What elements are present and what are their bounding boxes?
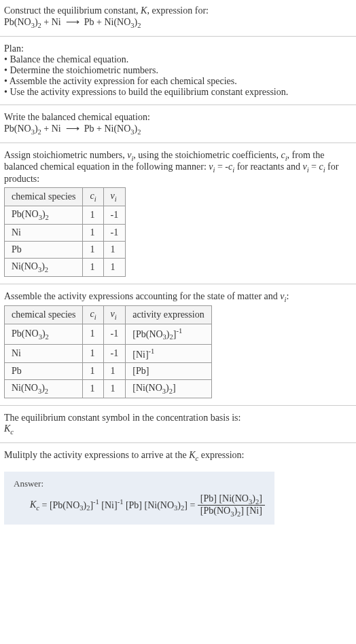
cell-activity: [Ni(NO3)2] <box>126 380 211 398</box>
cell-ci: 1 <box>83 241 103 258</box>
cell-nui: 1 <box>103 241 126 258</box>
table-row: Ni(NO3)2 1 1 [Ni(NO3)2] <box>5 380 212 398</box>
col-species: chemical species <box>5 188 83 206</box>
table-row: Ni(NO3)2 1 1 <box>5 258 126 276</box>
table-header-row: chemical species ci νi activity expressi… <box>5 306 212 324</box>
balanced-section: Write the balanced chemical equation: Pb… <box>0 107 356 141</box>
table-row: Ni 1 -1 [Ni]-1 <box>5 344 212 363</box>
stoich-table: chemical species ci νi Pb(NO3)2 1 -1 Ni … <box>4 187 126 276</box>
cell-species: Ni <box>5 224 83 241</box>
activity-table: chemical species ci νi activity expressi… <box>4 305 212 398</box>
table-row: Pb 1 1 <box>5 241 126 258</box>
cell-ci: 1 <box>83 224 103 241</box>
assign-text: Assign stoichiometric numbers, νi, using… <box>4 150 352 185</box>
divider <box>0 143 356 143</box>
intro-equation: Pb(NO3)2 + Ni ⟶ Pb + Ni(NO3)2 <box>4 16 352 29</box>
divider <box>0 36 356 37</box>
col-nui: νi <box>103 306 126 324</box>
cell-nui: -1 <box>103 344 126 363</box>
table-row: Pb(NO3)2 1 -1 [Pb(NO3)2]-1 <box>5 324 212 344</box>
cell-ci: 1 <box>83 206 103 224</box>
balanced-equation: Pb(NO3)2 + Ni ⟶ Pb + Ni(NO3)2 <box>4 123 352 136</box>
cell-nui: -1 <box>103 224 126 241</box>
cell-ci: 1 <box>83 258 103 276</box>
multiply-section: Mulitply the activity expressions to arr… <box>0 444 356 468</box>
answer-label: Answer: <box>14 478 265 489</box>
fraction-numerator: [Pb] [Ni(NO3)2] <box>198 493 265 506</box>
plan-bullet: • Assemble the activity expression for e… <box>4 76 352 87</box>
symbol-section: The equilibrium constant symbol in the c… <box>0 407 356 441</box>
col-nui: νi <box>103 188 126 206</box>
cell-ci: 1 <box>83 344 103 363</box>
plan-bullet: • Determine the stoichiometric numbers. <box>4 65 352 76</box>
symbol-kc: Kc <box>4 423 352 436</box>
divider <box>0 284 356 284</box>
divider <box>0 442 356 443</box>
cell-nui: -1 <box>103 206 126 224</box>
col-species: chemical species <box>5 306 83 324</box>
col-ci: ci <box>83 188 103 206</box>
plan-bullet: • Use the activity expressions to build … <box>4 87 352 98</box>
answer-expression: Kc = [Pb(NO3)2]-1 [Ni]-1 [Pb] [Ni(NO3)2]… <box>30 493 265 518</box>
balanced-line: Write the balanced chemical equation: <box>4 112 352 123</box>
intro-section: Construct the equilibrium constant, K, e… <box>0 0 356 35</box>
cell-activity: [Ni]-1 <box>126 344 211 363</box>
symbol-line: The equilibrium constant symbol in the c… <box>4 413 352 423</box>
table-row: Pb(NO3)2 1 -1 <box>5 206 126 224</box>
plan-heading: Plan: <box>4 43 352 54</box>
col-activity: activity expression <box>126 306 211 324</box>
cell-species: Pb <box>5 241 83 258</box>
col-ci: ci <box>83 306 103 324</box>
plan-section: Plan: • Balance the chemical equation. •… <box>0 38 356 103</box>
divider <box>0 405 356 406</box>
cell-nui: 1 <box>103 363 126 380</box>
cell-ci: 1 <box>83 380 103 398</box>
cell-species: Ni <box>5 344 83 363</box>
table-row: Ni 1 -1 <box>5 224 126 241</box>
assemble-text: Assemble the activity expressions accoun… <box>4 291 352 303</box>
cell-ci: 1 <box>83 324 103 344</box>
cell-species: Ni(NO3)2 <box>5 380 83 398</box>
table-header-row: chemical species ci νi <box>5 188 126 206</box>
cell-species: Pb <box>5 363 83 380</box>
assign-section: Assign stoichiometric numbers, νi, using… <box>0 145 356 282</box>
multiply-text: Mulitply the activity expressions to arr… <box>4 450 352 462</box>
plan-bullet: • Balance the chemical equation. <box>4 54 352 65</box>
intro-line: Construct the equilibrium constant, K, e… <box>4 5 352 16</box>
answer-box: Answer: Kc = [Pb(NO3)2]-1 [Ni]-1 [Pb] [N… <box>4 472 274 525</box>
cell-species: Pb(NO3)2 <box>5 324 83 344</box>
cell-nui: 1 <box>103 380 126 398</box>
cell-species: Pb(NO3)2 <box>5 206 83 224</box>
cell-nui: 1 <box>103 258 126 276</box>
divider <box>0 105 356 105</box>
fraction-denominator: [Pb(NO3)2] [Ni] <box>198 506 265 518</box>
assemble-section: Assemble the activity expressions accoun… <box>0 286 356 404</box>
cell-nui: -1 <box>103 324 126 344</box>
table-row: Pb 1 1 [Pb] <box>5 363 212 380</box>
cell-species: Ni(NO3)2 <box>5 258 83 276</box>
cell-activity: [Pb] <box>126 363 211 380</box>
cell-ci: 1 <box>83 363 103 380</box>
cell-activity: [Pb(NO3)2]-1 <box>126 324 211 344</box>
